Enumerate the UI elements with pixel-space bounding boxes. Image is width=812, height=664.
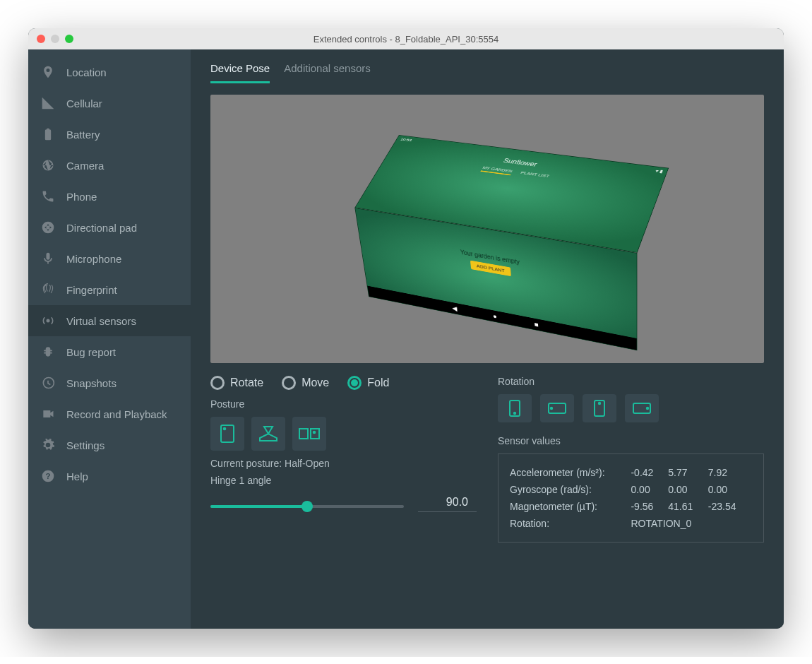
rotation-portrait-button[interactable]: [498, 394, 532, 422]
radio-move[interactable]: Move: [282, 376, 329, 390]
sensor-value: -0.42: [631, 464, 668, 481]
sensor-value: 7.92: [708, 464, 752, 481]
sidebar-item-label: Cellular: [66, 97, 102, 109]
window-title: Extended controls - 8_Foldable_API_30:55…: [28, 34, 784, 45]
radio-fold[interactable]: Fold: [347, 376, 389, 390]
sidebar-item-label: Phone: [66, 191, 97, 203]
sidebar-item-bug-report[interactable]: Bug report: [28, 336, 191, 367]
hinge-angle-label: Hinge 1 angle: [210, 475, 477, 486]
sensor-value: -9.56: [631, 498, 668, 515]
sidebar-item-fingerprint[interactable]: Fingerprint: [28, 274, 191, 305]
cellular-icon: [41, 96, 55, 110]
app-title: Sunflower: [502, 158, 538, 168]
nav-home-icon: ●: [493, 312, 498, 320]
sidebar-item-microphone[interactable]: Microphone: [28, 243, 191, 274]
zoom-icon[interactable]: [65, 35, 73, 43]
sidebar-item-camera[interactable]: Camera: [28, 150, 191, 181]
minimize-icon[interactable]: [51, 35, 59, 43]
sidebar-item-label: Settings: [66, 439, 105, 451]
sidebar-item-battery[interactable]: Battery: [28, 119, 191, 150]
sensor-value: 5.77: [668, 464, 708, 481]
device-bottom-screen: Your garden is empty ADD PLANT ◀ ● ■: [354, 208, 637, 350]
rotation-landscape-right-button[interactable]: [625, 394, 659, 422]
location-icon: [41, 65, 55, 79]
posture-half-open-button[interactable]: [251, 417, 285, 451]
sidebar-item-label: Record and Playback: [66, 408, 167, 420]
sidebar-item-label: Help: [66, 470, 88, 482]
sensor-name: Rotation:: [510, 515, 631, 532]
sidebar-item-virtual-sensors[interactable]: Virtual sensors: [28, 305, 191, 336]
add-plant-button: ADD PLANT: [470, 261, 512, 277]
rotation-portrait-flipped-button[interactable]: [583, 394, 616, 422]
sensor-value: 0.00: [708, 481, 752, 498]
app-tab-my-garden: MY GARDEN: [481, 165, 513, 175]
status-icons: ▾ ▮: [655, 169, 663, 174]
traffic-lights: [37, 35, 73, 43]
nav-recents-icon: ■: [534, 321, 539, 328]
sidebar-item-label: Bug report: [66, 346, 116, 358]
svg-point-1: [42, 222, 54, 234]
posture-flat-icon: [297, 425, 321, 442]
nav-back-icon: ◀: [452, 304, 458, 312]
svg-point-11: [514, 413, 515, 414]
posture-closed-icon: [218, 423, 237, 444]
sensor-value: 0.00: [631, 481, 668, 498]
sidebar-item-label: Directional pad: [66, 222, 137, 234]
sensor-row-magnetometer: Magnetometer (µT): -9.56 41.61 -23.54: [510, 498, 752, 515]
main-content: Device Pose Additional sensors 10:53 ▾ ▮…: [191, 49, 784, 629]
sidebar-item-dpad[interactable]: Directional pad: [28, 212, 191, 243]
sidebar-item-label: Location: [66, 66, 107, 78]
hinge-angle-slider[interactable]: [210, 505, 404, 508]
sidebar-item-help[interactable]: ? Help: [28, 461, 191, 492]
svg-point-9: [314, 432, 316, 434]
svg-rect-7: [299, 429, 308, 439]
hinge-angle-input[interactable]: 90.0: [418, 493, 477, 512]
sensor-values-box: Accelerometer (m/s²): -0.42 5.77 7.92 Gy…: [498, 453, 764, 543]
sidebar-item-record-playback[interactable]: Record and Playback: [28, 398, 191, 429]
posture-label: Posture: [210, 398, 477, 410]
tab-additional-sensors[interactable]: Additional sensors: [284, 62, 371, 83]
slider-thumb[interactable]: [301, 501, 313, 512]
empty-garden-text: Your garden is empty: [460, 249, 520, 266]
current-posture-label: Current posture:: [210, 458, 282, 469]
radio-rotate[interactable]: Rotate: [210, 376, 263, 390]
svg-point-6: [224, 428, 226, 430]
sidebar-item-label: Battery: [66, 129, 100, 141]
rotation-landscape-left-button[interactable]: [540, 394, 574, 422]
sensor-value: ROTATION_0: [631, 515, 752, 532]
sidebar-item-snapshots[interactable]: Snapshots: [28, 367, 191, 398]
close-icon[interactable]: [37, 35, 45, 43]
titlebar: Extended controls - 8_Foldable_API_30:55…: [28, 28, 784, 49]
sensor-name: Accelerometer (m/s²):: [510, 464, 631, 481]
current-posture-value: Half-Open: [285, 458, 330, 469]
aperture-icon: [41, 158, 55, 172]
sidebar: Location Cellular Battery Camera Phone D…: [28, 49, 191, 629]
svg-rect-5: [221, 425, 234, 442]
android-nav-bar: ◀ ● ■: [367, 286, 636, 350]
posture-flat-button[interactable]: [292, 417, 326, 451]
device-preview-3d[interactable]: 10:53 ▾ ▮ Sunflower MY GARDEN PLANT LIST…: [210, 95, 764, 363]
sidebar-item-settings[interactable]: Settings: [28, 429, 191, 461]
svg-text:?: ?: [45, 471, 50, 480]
posture-closed-button[interactable]: [210, 417, 244, 451]
sensor-value: -23.54: [708, 498, 752, 515]
sensor-row-rotation: Rotation: ROTATION_0: [510, 515, 752, 532]
rotation-label: Rotation: [498, 376, 764, 387]
sensor-name: Gyroscope (rad/s):: [510, 481, 631, 498]
mode-radio-group: Rotate Move Fold: [210, 376, 477, 390]
status-bar: 10:53 ▾ ▮: [400, 137, 664, 174]
sensor-table: Accelerometer (m/s²): -0.42 5.77 7.92 Gy…: [510, 464, 752, 532]
sensor-row-gyroscope: Gyroscope (rad/s): 0.00 0.00 0.00: [510, 481, 752, 498]
landscape-icon: [547, 401, 567, 415]
svg-point-13: [551, 408, 552, 409]
sidebar-item-location[interactable]: Location: [28, 57, 191, 88]
landscape-right-icon: [632, 401, 652, 415]
microphone-icon: [41, 251, 55, 266]
sidebar-item-cellular[interactable]: Cellular: [28, 88, 191, 119]
tab-device-pose[interactable]: Device Pose: [210, 62, 270, 83]
history-icon: [41, 376, 55, 390]
foldable-device-model: 10:53 ▾ ▮ Sunflower MY GARDEN PLANT LIST…: [350, 103, 644, 360]
device-top-screen: 10:53 ▾ ▮ Sunflower MY GARDEN PLANT LIST: [354, 135, 669, 253]
window-frame: Extended controls - 8_Foldable_API_30:55…: [28, 28, 784, 629]
sidebar-item-phone[interactable]: Phone: [28, 181, 191, 212]
